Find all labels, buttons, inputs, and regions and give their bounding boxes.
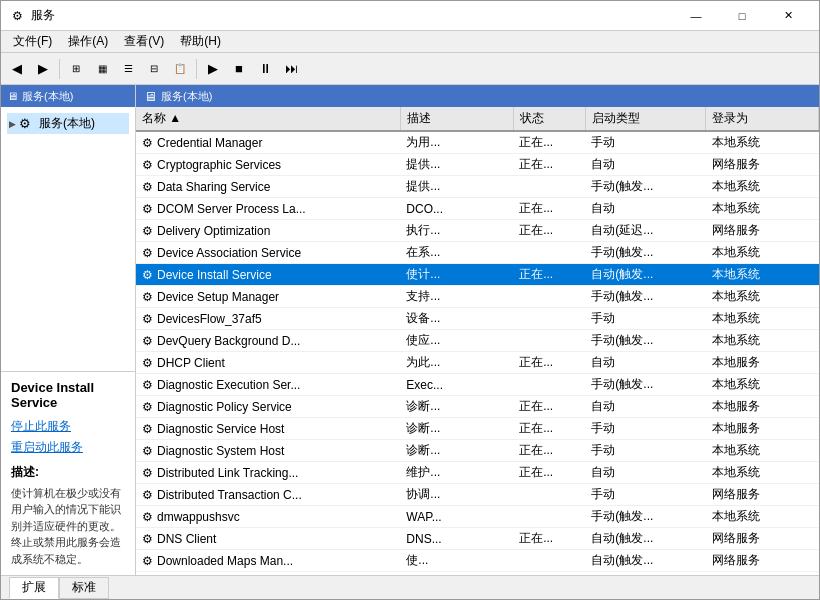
cell-name: ⚙Cryptographic Services — [136, 154, 400, 176]
table-row[interactable]: ⚙Downloaded Maps Man...使...自动(触发...网络服务 — [136, 550, 819, 572]
back-button[interactable]: ◀ — [5, 57, 29, 81]
cell-name: ⚙Diagnostic Execution Ser... — [136, 374, 400, 396]
tab-expand[interactable]: 扩展 — [9, 577, 59, 599]
cell-login: 本地系统 — [706, 462, 819, 484]
service-icon: ⚙ — [142, 268, 153, 282]
cell-status: 正在... — [513, 418, 585, 440]
menu-action[interactable]: 操作(A) — [60, 31, 116, 52]
col-header-name[interactable]: 名称 ▲ — [136, 107, 400, 131]
service-name: Distributed Transaction C... — [157, 488, 302, 502]
table-row[interactable]: ⚙DevicesFlow_37af5设备...手动本地系统 — [136, 308, 819, 330]
cell-start: 手动 — [585, 308, 705, 330]
menu-view[interactable]: 查看(V) — [116, 31, 172, 52]
table-row[interactable]: ⚙DHCP Client为此...正在...自动本地服务 — [136, 352, 819, 374]
tab-standard[interactable]: 标准 — [59, 577, 109, 599]
cell-login: 本地系统 — [706, 330, 819, 352]
cell-desc: 执行... — [400, 220, 513, 242]
table-row[interactable]: ⚙Diagnostic Service Host诊断...正在...手动本地服务 — [136, 418, 819, 440]
cell-login: 本地系统 — [706, 506, 819, 528]
cell-login: 网络服务 — [706, 484, 819, 506]
service-name: DHCP Client — [157, 356, 225, 370]
cell-desc: 支持... — [400, 286, 513, 308]
cell-name: ⚙Device Setup Manager — [136, 286, 400, 308]
service-name: Diagnostic Policy Service — [157, 400, 292, 414]
service-icon: ⚙ — [142, 510, 153, 524]
cell-desc: 诊断... — [400, 418, 513, 440]
stop-service-link[interactable]: 停止此服务 — [11, 418, 125, 435]
menu-bar: 文件(F) 操作(A) 查看(V) 帮助(H) — [1, 31, 819, 53]
close-button[interactable]: ✕ — [765, 1, 811, 31]
detail-panel: Device Install Service 停止此服务 重启动此服务 描述: … — [1, 371, 135, 576]
resume-button[interactable]: ⏭ — [279, 57, 303, 81]
service-name: DevQuery Background D... — [157, 334, 300, 348]
cell-start: 自动 — [585, 396, 705, 418]
cell-login: 本地系统 — [706, 374, 819, 396]
cell-status: 正在... — [513, 396, 585, 418]
service-name: Distributed Link Tracking... — [157, 466, 298, 480]
right-panel-header: 🖥 服务(本地) — [136, 85, 819, 107]
table-row[interactable]: ⚙Diagnostic Policy Service诊断...正在...自动本地… — [136, 396, 819, 418]
show-hide-button[interactable]: ⊞ — [64, 57, 88, 81]
table-row[interactable]: ⚙dmwappushsvcWAP...手动(触发...本地系统 — [136, 506, 819, 528]
service-icon: ⚙ — [142, 532, 153, 546]
cell-name: ⚙Delivery Optimization — [136, 220, 400, 242]
cell-login: 本地系统 — [706, 176, 819, 198]
cell-start: 自动 — [585, 154, 705, 176]
table-row[interactable]: ⚙Credential Manager为用...正在...手动本地系统 — [136, 131, 819, 154]
service-icon: ⚙ — [142, 400, 153, 414]
window-icon: ⚙ — [9, 8, 25, 24]
table-row[interactable]: ⚙Device Setup Manager支持...手动(触发...本地系统 — [136, 286, 819, 308]
service-name: Diagnostic System Host — [157, 444, 284, 458]
col-header-login[interactable]: 登录为 — [706, 107, 819, 131]
table-row[interactable]: ⚙Diagnostic System Host诊断...正在...手动本地系统 — [136, 440, 819, 462]
cell-status: 正在... — [513, 131, 585, 154]
service-name: DNS Client — [157, 532, 216, 546]
status-bar: 扩展 标准 — [1, 575, 819, 599]
col-header-start[interactable]: 启动类型 — [585, 107, 705, 131]
service-icon: ⚙ — [142, 246, 153, 260]
forward-button[interactable]: ▶ — [31, 57, 55, 81]
service-icon: ⚙ — [142, 554, 153, 568]
pane-button[interactable]: ▦ — [90, 57, 114, 81]
detail-button[interactable]: ☰ — [116, 57, 140, 81]
stop-button[interactable]: ■ — [227, 57, 251, 81]
cell-desc: 使计... — [400, 264, 513, 286]
cell-login: 本地系统 — [706, 131, 819, 154]
col-header-desc[interactable]: 描述 — [400, 107, 513, 131]
services-table-container[interactable]: 名称 ▲ 描述 状态 启动类型 登录为 ⚙Credential Manager为… — [136, 107, 819, 575]
services-icon: ⚙ — [19, 116, 35, 132]
restart-service-link[interactable]: 重启动此服务 — [11, 439, 125, 456]
filter-button[interactable]: ⊟ — [142, 57, 166, 81]
cell-start: 手动(触发... — [585, 374, 705, 396]
properties-button[interactable]: 📋 — [168, 57, 192, 81]
cell-start: 自动 — [585, 352, 705, 374]
table-row[interactable]: ⚙Data Sharing Service提供...手动(触发...本地系统 — [136, 176, 819, 198]
table-row[interactable]: ⚙Device Install Service使计...正在...自动(触发..… — [136, 264, 819, 286]
table-row[interactable]: ⚙DevQuery Background D...使应...手动(触发...本地… — [136, 330, 819, 352]
menu-file[interactable]: 文件(F) — [5, 31, 60, 52]
minimize-button[interactable]: — — [673, 1, 719, 31]
service-icon: ⚙ — [142, 312, 153, 326]
table-row[interactable]: ⚙DNS ClientDNS...正在...自动(触发...网络服务 — [136, 528, 819, 550]
menu-help[interactable]: 帮助(H) — [172, 31, 229, 52]
cell-login: 网络服务 — [706, 154, 819, 176]
service-icon: ⚙ — [142, 180, 153, 194]
maximize-button[interactable]: □ — [719, 1, 765, 31]
play-button[interactable]: ▶ — [201, 57, 225, 81]
cell-login: 本地系统 — [706, 308, 819, 330]
table-row[interactable]: ⚙Device Association Service在系...手动(触发...… — [136, 242, 819, 264]
cell-desc: 设备... — [400, 308, 513, 330]
table-row[interactable]: ⚙Distributed Link Tracking...维护...正在...自… — [136, 462, 819, 484]
table-row[interactable]: ⚙DCOM Server Process La...DCO...正在...自动本… — [136, 198, 819, 220]
col-header-status[interactable]: 状态 — [513, 107, 585, 131]
cell-name: ⚙DCOM Server Process La... — [136, 198, 400, 220]
pause-button[interactable]: ⏸ — [253, 57, 277, 81]
service-name: Device Association Service — [157, 246, 301, 260]
tree-item-services[interactable]: ▶ ⚙ 服务(本地) — [7, 113, 129, 134]
cell-login: 本地系统 — [706, 440, 819, 462]
table-row[interactable]: ⚙Diagnostic Execution Ser...Exec...手动(触发… — [136, 374, 819, 396]
cell-desc: DNS... — [400, 528, 513, 550]
table-row[interactable]: ⚙Distributed Transaction C...协调...手动网络服务 — [136, 484, 819, 506]
table-row[interactable]: ⚙Delivery Optimization执行...正在...自动(延迟...… — [136, 220, 819, 242]
table-row[interactable]: ⚙Cryptographic Services提供...正在...自动网络服务 — [136, 154, 819, 176]
